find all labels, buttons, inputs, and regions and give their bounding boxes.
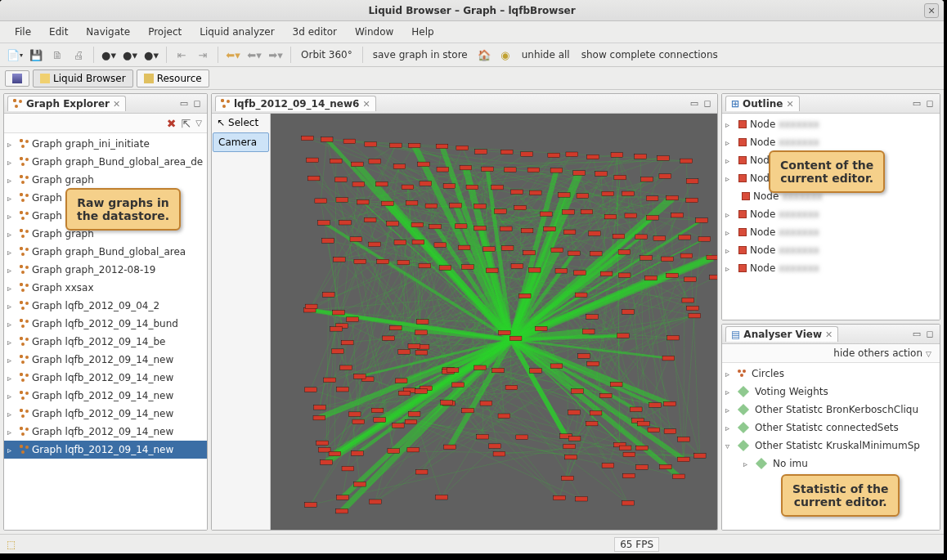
open-perspective-button[interactable]: [5, 70, 29, 87]
analyser-item[interactable]: ▹Voting Weights: [722, 383, 940, 401]
save-button[interactable]: 💾: [26, 46, 46, 64]
expand-arrow-icon[interactable]: ▹: [7, 374, 17, 383]
explorer-item[interactable]: ▹Graph lqfb_2012_09_14_be: [4, 333, 207, 351]
outline-item[interactable]: ▹Node xxxxxxx: [722, 259, 940, 277]
analyser-item[interactable]: ▹Other Statistc BronKerboschCliqu: [722, 401, 940, 419]
orbit-button[interactable]: Orbit 360°: [296, 49, 357, 60]
expand-arrow-icon[interactable]: ▹: [7, 446, 17, 455]
expand-arrow-icon[interactable]: ▹: [7, 176, 17, 185]
show-connections-button[interactable]: show complete connections: [577, 49, 723, 60]
expand-arrow-icon[interactable]: ▹: [7, 230, 17, 239]
explorer-item[interactable]: ▹Graph lqfb_2012_09_14_new: [4, 387, 207, 405]
expand-arrow-icon[interactable]: ▹: [7, 158, 17, 167]
back-button[interactable]: ⬅▾: [245, 46, 264, 64]
outline-tree[interactable]: ▹Node xxxxxxx▹Node xxxxxxx▹Node xxxxxxx▹…: [722, 114, 940, 320]
explorer-item[interactable]: ▹Graph lqfb_2012_09_14_bund: [4, 315, 207, 333]
run-button[interactable]: ●▾: [120, 46, 140, 64]
explorer-item[interactable]: ▹Graph lqfb_2012_09_14_new: [4, 441, 207, 459]
close-tab-icon[interactable]: ✕: [362, 99, 370, 110]
expand-arrow-icon[interactable]: ▹: [725, 138, 735, 147]
menu-project[interactable]: Project: [140, 23, 190, 41]
expand-arrow-icon[interactable]: ▹: [725, 210, 735, 219]
menu-help[interactable]: Help: [403, 23, 442, 41]
maximize-view-button[interactable]: ◻: [923, 328, 936, 341]
editor-tab[interactable]: lqfb_2012_09_14_new6 ✕: [215, 96, 376, 111]
explorer-item[interactable]: ▹Graph lqfb_2012_09_14_new: [4, 351, 207, 369]
graph-explorer-tab[interactable]: Graph Explorer ✕: [7, 96, 126, 111]
analyser-item[interactable]: ▹Circles: [722, 365, 940, 383]
expand-arrow-icon[interactable]: ▹: [725, 370, 735, 379]
expand-arrow-icon[interactable]: ▹: [7, 302, 17, 311]
explorer-item[interactable]: ▹Graph graph_Bund_global_area: [4, 243, 207, 261]
expand-arrow-icon[interactable]: ▹: [7, 140, 17, 149]
select-tool[interactable]: ↖Select: [212, 114, 270, 132]
expand-arrow-icon[interactable]: ▹: [725, 405, 735, 414]
expand-arrow-icon[interactable]: ▹: [7, 410, 17, 419]
explorer-item[interactable]: ▹Graph xxsax: [4, 279, 207, 297]
explorer-item[interactable]: ▹Graph graph_2012-08-19: [4, 261, 207, 279]
minimize-view-button[interactable]: ▭: [910, 328, 923, 341]
analyser-tab[interactable]: ▤ Analyser View ✕: [725, 326, 838, 342]
store-icon[interactable]: 🏠: [474, 46, 494, 64]
explorer-item[interactable]: ▹Graph lqfb_2012_09_14_new: [4, 405, 207, 423]
expand-arrow-icon[interactable]: ▹: [725, 228, 735, 237]
menu-window[interactable]: Window: [347, 23, 402, 41]
close-tab-icon[interactable]: ✕: [825, 329, 833, 340]
minimize-view-button[interactable]: ▭: [910, 97, 923, 110]
camera-tool[interactable]: Camera: [213, 132, 269, 152]
close-tab-icon[interactable]: ✕: [113, 99, 120, 110]
forward-button[interactable]: ➡▾: [266, 46, 285, 64]
expand-arrow-icon[interactable]: ▹: [7, 284, 17, 293]
expand-arrow-icon[interactable]: ▹: [7, 428, 17, 437]
ext-tools-button[interactable]: ●▾: [141, 46, 161, 64]
expand-arrow-icon[interactable]: ▹: [725, 388, 735, 396]
explorer-item[interactable]: ▹Graph graph_ini_initiate: [4, 135, 207, 153]
nav-button-1[interactable]: ⇤: [172, 46, 191, 64]
new-button[interactable]: 📄▾: [5, 46, 25, 64]
unhide-all-button[interactable]: unhide all: [517, 49, 575, 60]
outline-item[interactable]: ▹Node xxxxxxx: [722, 205, 940, 223]
explorer-item[interactable]: ▹Graph graph_Bund_global_area_de: [4, 153, 207, 171]
nav-button-2[interactable]: ⇥: [193, 46, 213, 64]
menu-dropdown-icon[interactable]: ▽: [195, 119, 202, 128]
debug-button[interactable]: ●▾: [99, 46, 119, 64]
explorer-item[interactable]: ▹Graph lqfb_2012_09_14_new: [4, 423, 207, 441]
explorer-item[interactable]: ▹Graph lqfb_2012_09_04_2: [4, 297, 207, 315]
outline-item[interactable]: ▹Node xxxxxxx: [722, 133, 940, 151]
expand-arrow-icon[interactable]: ▹: [725, 120, 735, 129]
menu-navigate[interactable]: Navigate: [78, 23, 138, 41]
menu-3d-editor[interactable]: 3d editor: [285, 23, 345, 41]
window-close-button[interactable]: ✕: [924, 3, 939, 18]
expand-arrow-icon[interactable]: ▹: [7, 248, 17, 257]
expand-arrow-icon[interactable]: ▹: [7, 392, 17, 401]
perspective-liquid-browser[interactable]: Liquid Browser: [33, 69, 133, 87]
maximize-view-button[interactable]: ◻: [701, 97, 714, 110]
collapse-icon[interactable]: ⇱: [182, 117, 191, 130]
hide-others-action[interactable]: hide others action▽: [722, 344, 940, 363]
analyser-item[interactable]: ▹Other Statistc connectedSets: [722, 419, 940, 437]
expand-arrow-icon[interactable]: ▹: [725, 174, 735, 183]
save-graph-button[interactable]: save graph in store: [368, 49, 473, 60]
delete-icon[interactable]: ✖: [167, 117, 177, 130]
explorer-item[interactable]: ▹Graph graph: [4, 171, 207, 189]
menu-file[interactable]: File: [7, 23, 39, 41]
expand-arrow-icon[interactable]: ▹: [7, 320, 17, 329]
expand-arrow-icon[interactable]: ▹: [7, 212, 17, 221]
refresh-icon[interactable]: ◉: [496, 46, 515, 64]
maximize-view-button[interactable]: ◻: [191, 97, 204, 110]
perspective-resource[interactable]: Resource: [137, 69, 209, 87]
expand-arrow-icon[interactable]: ▹: [7, 266, 17, 275]
expand-arrow-icon[interactable]: ▹: [725, 246, 735, 255]
maximize-view-button[interactable]: ◻: [923, 97, 936, 110]
expand-arrow-icon[interactable]: ▹: [725, 264, 735, 273]
outline-item[interactable]: ▹Node xxxxxxx: [722, 241, 940, 259]
menu-edit[interactable]: Edit: [41, 23, 76, 41]
save-all-button[interactable]: 🗎: [47, 46, 67, 64]
outline-item[interactable]: ▹Node xxxxxxx: [722, 115, 940, 133]
print-button[interactable]: 🖨: [69, 46, 88, 64]
outline-item[interactable]: ▹Node xxxxxxx: [722, 223, 940, 241]
back-history-button[interactable]: ⬅▾: [223, 46, 243, 64]
expand-arrow-icon[interactable]: ▹: [725, 423, 735, 432]
explorer-item[interactable]: ▹Graph lqfb_2012_09_14_new: [4, 369, 207, 387]
expand-arrow-icon[interactable]: ▹: [725, 156, 735, 165]
